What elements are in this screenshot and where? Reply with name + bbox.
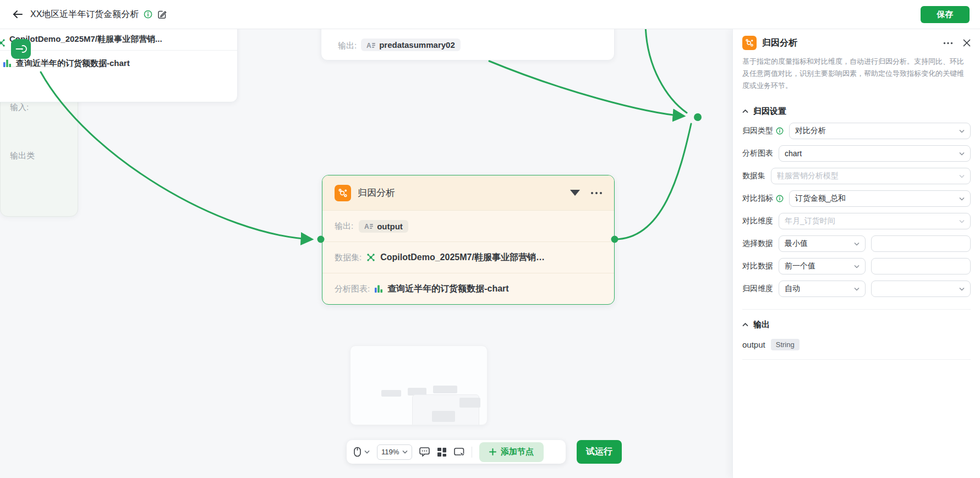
rename-icon[interactable]: [157, 10, 167, 19]
edge-top-to-target: [645, 29, 687, 113]
svg-text:A: A: [366, 41, 371, 49]
field-label: 归因类型: [742, 126, 784, 136]
compare-dimension-select[interactable]: 年月_订货时间: [779, 213, 971, 229]
field-label: 数据集: [742, 171, 765, 181]
output-label: 输出:: [338, 41, 357, 51]
output-name: output: [742, 340, 765, 349]
compare-data-value-input[interactable]: [871, 258, 971, 274]
collapse-node-icon[interactable]: [570, 190, 580, 196]
dataset-name: CopilotDemo_2025M7/鞋服事业部营销…: [380, 252, 545, 263]
chevron-down-icon: [959, 129, 965, 133]
bar-chart-icon: [374, 284, 383, 293]
output-variable-name: predatasummary02: [379, 40, 455, 50]
node-more-menu-icon[interactable]: [591, 192, 602, 194]
chevron-up-icon: [742, 323, 748, 327]
chevron-down-icon: [959, 152, 965, 156]
node-predatasummary[interactable]: 输出: A predatasummary02: [321, 29, 615, 61]
field-label: 对比指标: [742, 194, 784, 204]
chevron-down-icon: [959, 174, 965, 178]
field-dataset: 数据集 鞋服营销分析模型: [742, 168, 971, 184]
attribution-config-panel: 归因分析 基于指定的度量指标和对比维度，自动进行归因分析。支持同比、环比及任意两…: [732, 29, 980, 478]
toolbar-divider: [472, 447, 472, 458]
close-icon[interactable]: [963, 39, 971, 47]
string-type-icon: A: [366, 41, 376, 49]
field-select-data: 选择数据 最小值: [742, 235, 971, 252]
auto-layout-icon[interactable]: [437, 447, 447, 457]
node-dataset-chart[interactable]: CopilotDemo_2025M7/鞋服事业部营销... 查询近半年的订货额数…: [0, 29, 238, 102]
info-icon[interactable]: [144, 10, 152, 19]
output-variable-badge[interactable]: A output: [359, 220, 408, 233]
comment-icon[interactable]: [419, 447, 430, 457]
output-label: 输出:: [335, 221, 353, 232]
attribution-type-select[interactable]: 对比分析: [789, 123, 971, 139]
dataset-select[interactable]: 鞋服营销分析模型: [771, 168, 971, 184]
field-label: 对比数据: [742, 261, 773, 271]
attribution-node-header[interactable]: 归因分析: [322, 175, 614, 210]
field-label: 对比维度: [742, 216, 773, 226]
analysis-chart-select[interactable]: chart: [779, 145, 971, 162]
output-variable-name: output: [377, 222, 403, 231]
section-title: 归因设置: [753, 106, 786, 117]
section-output[interactable]: 输出: [742, 320, 971, 330]
output-row: output String: [742, 339, 971, 350]
pointer-mode-dropdown[interactable]: [353, 447, 370, 457]
dataset-card-chart-row[interactable]: 查询近半年的订货额数据-chart: [0, 51, 237, 76]
panel-header: 归因分析: [742, 29, 971, 50]
select-data-value-input[interactable]: [871, 235, 971, 252]
add-node-label: 添加节点: [501, 447, 534, 457]
field-label: 分析图表: [742, 149, 773, 158]
attribution-node-title: 归因分析: [358, 186, 395, 199]
node-chart-row: 分析图表: 查询近半年的订货额数据-chart: [322, 273, 614, 304]
input-label: 输入:: [10, 102, 29, 113]
info-icon[interactable]: [776, 195, 784, 202]
dataset-label: 数据集:: [335, 252, 362, 263]
node-output-row: 输出: A output: [322, 210, 614, 241]
minimap[interactable]: [350, 345, 488, 425]
chevron-down-icon: [959, 197, 965, 201]
chart-name: 查询近半年的订货额数据-chart: [387, 283, 508, 295]
chevron-down-icon: [854, 265, 859, 268]
compare-metric-select[interactable]: 订货金额_总和: [789, 190, 971, 207]
back-icon[interactable]: [10, 7, 25, 21]
panel-divider: [742, 309, 971, 310]
attribution-icon: [335, 185, 351, 201]
plus-icon: [489, 448, 496, 455]
dataset-card-title: CopilotDemo_2025M7/鞋服事业部营销...: [0, 29, 237, 50]
field-label: 归因维度: [742, 284, 773, 294]
card-divider: [11, 67, 72, 67]
output-variable-badge[interactable]: A predatasummary02: [361, 39, 461, 51]
select-data-select[interactable]: 最小值: [779, 235, 866, 252]
canvas-toolbar: 119% 添加节点: [347, 440, 566, 464]
trial-run-button[interactable]: 试运行: [577, 440, 622, 464]
svg-text:A: A: [364, 223, 369, 230]
zoom-level-value: 119%: [381, 448, 399, 456]
field-label: 选择数据: [742, 239, 773, 249]
attribution-icon: [742, 36, 757, 50]
dataset-molecule-icon: [0, 38, 6, 48]
attribution-dimension-select[interactable]: 自动: [779, 281, 866, 297]
section-attribution-settings[interactable]: 归因设置: [742, 106, 971, 117]
info-icon[interactable]: [776, 127, 784, 135]
node-attribution-analysis[interactable]: 归因分析 输出: A output 数据集: CopilotDemo_2025M…: [322, 175, 615, 305]
panel-title: 归因分析: [762, 37, 797, 49]
top-bar: XX地区近半年订货金额分析 保存: [0, 0, 980, 29]
save-button[interactable]: 保存: [921, 6, 970, 23]
chart-label: 分析图表:: [335, 284, 370, 294]
string-type-icon: A: [364, 222, 374, 230]
node-dataset-row: 数据集: CopilotDemo_2025M7/鞋服事业部营销…: [322, 241, 614, 273]
presentation-icon[interactable]: [454, 447, 464, 457]
field-compare-dimension: 对比维度 年月_订货时间: [742, 213, 971, 229]
field-attribution-dimension: 归因维度 自动: [742, 281, 971, 297]
attribution-dimension-extra-select[interactable]: [871, 281, 971, 297]
add-node-button[interactable]: 添加节点: [479, 442, 544, 462]
chevron-up-icon: [742, 109, 748, 113]
output-type-label: 输出类: [10, 151, 35, 161]
field-compare-metric: 对比指标 订货金额_总和: [742, 190, 971, 207]
field-analysis-chart: 分析图表 chart: [742, 145, 971, 162]
field-attribution-type: 归因类型 对比分析: [742, 123, 971, 139]
panel-description: 基于指定的度量指标和对比维度，自动进行归因分析。支持同比、环比及任意两值对比，识…: [742, 56, 971, 92]
compare-data-select[interactable]: 前一个值: [779, 258, 866, 274]
zoom-level-dropdown[interactable]: 119%: [377, 444, 412, 460]
edge-attribution-to-target: [615, 124, 691, 239]
panel-more-icon[interactable]: [943, 42, 953, 45]
